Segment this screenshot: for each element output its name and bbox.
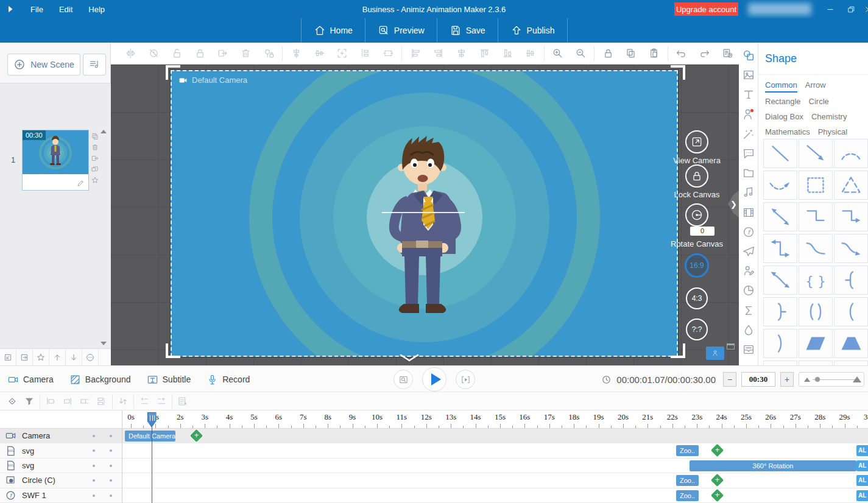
category-drawer[interactable] bbox=[742, 343, 755, 356]
scene-delete-button[interactable] bbox=[91, 143, 99, 152]
timeline-ruler[interactable]: 0s1s2s3s4s5s6s7s8s9s10s11s12s13s14s15s16… bbox=[0, 410, 868, 429]
timeline-filter-button[interactable] bbox=[21, 394, 38, 409]
zoom-out-button[interactable] bbox=[570, 45, 593, 62]
timeline-bar[interactable]: 360° Rotation bbox=[690, 460, 856, 471]
track-option-dot[interactable] bbox=[110, 435, 112, 437]
timeline-bar[interactable]: Zoo.. bbox=[676, 490, 699, 501]
lock-canvas-button[interactable] bbox=[685, 164, 708, 188]
track-lane[interactable]: Zoo..AL bbox=[122, 488, 868, 502]
duration-minus-button[interactable]: − bbox=[723, 372, 736, 387]
preview-scene-button[interactable] bbox=[393, 370, 413, 389]
stage[interactable]: Default Camera View CameraLock CanvasRot… bbox=[111, 65, 739, 365]
timeline-bar[interactable]: Default Camera bbox=[125, 431, 175, 441]
timeline-zoom-slider[interactable] bbox=[799, 372, 864, 387]
category-role[interactable] bbox=[742, 264, 755, 278]
scroll-up-arrow[interactable] bbox=[101, 130, 107, 133]
keyframe-add-icon[interactable] bbox=[190, 429, 203, 442]
new-scene-button[interactable]: New Scene bbox=[7, 54, 80, 76]
tool-record[interactable]: Record bbox=[206, 374, 250, 385]
copy-button[interactable] bbox=[619, 45, 643, 62]
pin-lock-button[interactable] bbox=[258, 45, 281, 62]
camera-frame[interactable]: Default Camera bbox=[171, 70, 678, 357]
shape-dotted-rectangle[interactable] bbox=[799, 171, 833, 200]
scenes-import-button[interactable] bbox=[0, 349, 16, 365]
timeline-reduce-start-button[interactable] bbox=[136, 394, 153, 409]
scenes-export-button[interactable] bbox=[16, 349, 33, 365]
move-out-button[interactable] bbox=[211, 45, 235, 62]
category-folder[interactable] bbox=[742, 166, 755, 180]
category-text[interactable] bbox=[742, 88, 755, 101]
track-option-dot[interactable] bbox=[93, 494, 95, 497]
menu-file[interactable]: File bbox=[30, 5, 43, 14]
scroll-down-arrow[interactable] bbox=[101, 342, 107, 345]
timeline-swap-vertical-button[interactable] bbox=[115, 394, 132, 409]
track-lane[interactable]: 360° RotationAL bbox=[122, 459, 868, 473]
track-lane[interactable]: Zoo..AL bbox=[122, 473, 868, 487]
shape-empty[interactable] bbox=[763, 361, 797, 365]
timeline-effect-list-button[interactable] bbox=[174, 394, 191, 409]
scene-star-button[interactable] bbox=[91, 176, 99, 185]
timeline-bar-align-button[interactable] bbox=[93, 394, 110, 409]
track-option-dot[interactable] bbox=[110, 494, 112, 497]
delete-button[interactable] bbox=[235, 45, 258, 62]
shape-tab-dialog-box[interactable]: Dialog Box bbox=[765, 112, 803, 123]
zoom-slider-handle[interactable] bbox=[815, 377, 820, 382]
fit-expand-button[interactable] bbox=[331, 45, 354, 62]
shape-curly-braces[interactable]: { } bbox=[799, 266, 833, 295]
distribute-horizontal-button[interactable] bbox=[308, 45, 331, 62]
timeline-reduce-end-button[interactable] bbox=[153, 394, 170, 409]
shape-s-curve-arrow[interactable] bbox=[834, 234, 868, 263]
scenes-star-button[interactable] bbox=[33, 349, 49, 365]
close-button[interactable] bbox=[861, 2, 868, 16]
category-image[interactable] bbox=[742, 68, 755, 82]
timeline-bar[interactable]: Zoo.. bbox=[676, 475, 699, 486]
category-formula[interactable] bbox=[742, 304, 755, 317]
ratio-4x3-button[interactable]: 4:3 bbox=[686, 287, 708, 309]
category-airplane[interactable] bbox=[742, 245, 755, 258]
nav-home[interactable]: Home bbox=[301, 18, 365, 43]
shape-empty[interactable] bbox=[834, 361, 868, 365]
shape-dashed-curve-arrow[interactable] bbox=[763, 171, 797, 200]
mini-window-icon[interactable] bbox=[727, 343, 735, 350]
track-header[interactable]: fSWF 1 bbox=[0, 488, 122, 502]
shape-tab-chemistry[interactable]: Chemistry bbox=[811, 112, 847, 123]
unlock-button[interactable] bbox=[166, 45, 189, 62]
view-camera-button[interactable] bbox=[685, 130, 708, 153]
shape-parenthesis-right[interactable] bbox=[763, 329, 797, 358]
paste-button[interactable] bbox=[643, 45, 666, 62]
timeline-bar-dotted-button[interactable] bbox=[76, 394, 93, 409]
track-option-dot[interactable] bbox=[93, 449, 95, 452]
align-badge[interactable]: AL bbox=[856, 490, 868, 501]
duration-plus-button[interactable]: + bbox=[780, 372, 794, 387]
shape-parentheses[interactable] bbox=[799, 297, 833, 326]
shape-s-curve-double-arrow[interactable] bbox=[763, 266, 797, 295]
rotate-value[interactable]: 0 bbox=[690, 227, 715, 236]
scene-list-button[interactable] bbox=[83, 54, 106, 76]
shape-curly-brace-right[interactable] bbox=[834, 266, 868, 295]
menu-help[interactable]: Help bbox=[88, 5, 105, 14]
tool-camera[interactable]: Camera bbox=[7, 374, 54, 385]
shape-tab-rectangle[interactable]: Rectangle bbox=[765, 97, 801, 108]
shape-dashed-arc[interactable] bbox=[834, 139, 868, 168]
nav-save[interactable]: Save bbox=[437, 18, 498, 43]
scenes-more-button[interactable] bbox=[82, 349, 99, 365]
nav-preview[interactable]: Preview bbox=[365, 18, 437, 43]
ratio-xxx-button[interactable]: ?:? bbox=[686, 318, 708, 340]
play-button[interactable] bbox=[422, 367, 446, 392]
shape-diagonal-line[interactable] bbox=[763, 139, 797, 168]
expand-down-icon[interactable] bbox=[398, 353, 420, 363]
track-header[interactable]: Camera bbox=[0, 429, 122, 443]
align-bottom-button[interactable] bbox=[496, 45, 519, 62]
category-character[interactable] bbox=[742, 108, 755, 121]
timeline-bar-end-button[interactable] bbox=[59, 394, 76, 409]
shape-tab-common[interactable]: Common bbox=[765, 80, 797, 93]
track-option-dot[interactable] bbox=[93, 479, 95, 482]
track-header[interactable]: SVGsvg bbox=[0, 459, 122, 473]
upgrade-account-button[interactable]: Upgrade account bbox=[674, 2, 738, 16]
track-option-dot[interactable] bbox=[110, 465, 112, 467]
align-top-button[interactable] bbox=[473, 45, 496, 62]
zoom-in-button[interactable] bbox=[546, 45, 570, 62]
minimize-button[interactable] bbox=[824, 2, 837, 16]
shape-diagonal-arrow[interactable] bbox=[799, 139, 833, 168]
shape-tab-physical[interactable]: Physical bbox=[818, 127, 847, 138]
